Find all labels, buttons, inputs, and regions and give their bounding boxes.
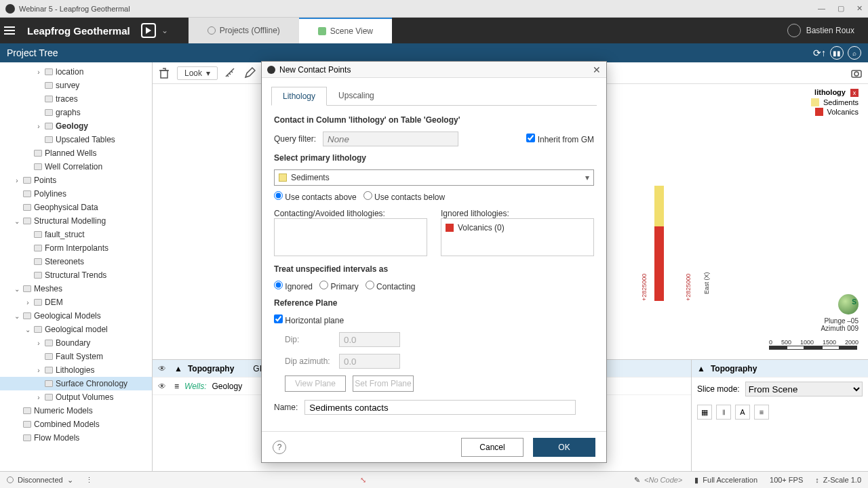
twisty-icon[interactable]: ›	[35, 123, 42, 130]
help-icon[interactable]: ?	[273, 441, 286, 454]
twisty-icon[interactable]: ⌄	[14, 218, 20, 225]
tree-item-flow-models[interactable]: Flow Models	[0, 431, 152, 445]
tree-item-structural-modelling[interactable]: ⌄Structural Modelling	[0, 214, 152, 228]
scene-list-header-label: Topography	[188, 364, 234, 373]
tree-item-structural-trends[interactable]: Structural Trends	[0, 268, 152, 282]
treat-ignored-radio[interactable]: Ignored	[274, 281, 313, 291]
ignored-listbox[interactable]: Volcanics (0)	[441, 218, 594, 256]
tree-item-planned-wells[interactable]: Planned Wells	[0, 146, 152, 160]
tree-item-polylines[interactable]: Polylines	[0, 187, 152, 201]
tree-item-label: location	[56, 67, 83, 77]
tree-item-upscaled-tables[interactable]: Upscaled Tables	[0, 133, 152, 146]
twisty-icon[interactable]: ›	[35, 394, 42, 401]
orientation-ball-icon[interactable]	[838, 294, 859, 314]
tree-item-fault_struct[interactable]: fault_struct	[0, 228, 152, 241]
prop-icon-3[interactable]: A	[735, 405, 750, 420]
twisty-icon[interactable]: ⌄	[14, 312, 20, 320]
tree-item-numeric-models[interactable]: Numeric Models	[0, 404, 152, 418]
tab-upscaling[interactable]: Upscaling	[327, 86, 386, 105]
tree-item-output-volumes[interactable]: ›Output Volumes	[0, 390, 152, 404]
tree-item-graphs[interactable]: graphs	[0, 106, 152, 119]
connection-status[interactable]: Disconnected⌄	[7, 476, 73, 485]
eye-icon[interactable]: 👁	[158, 364, 169, 373]
chevron-down-icon[interactable]: ⌄	[161, 26, 168, 35]
ok-button[interactable]: OK	[533, 438, 595, 457]
orientation-widget[interactable]: Plunge –05 Azimuth 009	[821, 294, 859, 332]
treat-contacting-radio[interactable]: Contacting	[366, 281, 416, 291]
refresh-icon[interactable]: ⟳	[813, 47, 821, 58]
tree-item-geological-models[interactable]: ⌄Geological Models	[0, 309, 152, 323]
maximize-button[interactable]: ▢	[837, 4, 844, 13]
folder-icon	[45, 380, 53, 387]
tab-scene-view[interactable]: Scene View	[299, 18, 392, 43]
prop-icon-1[interactable]: ▦	[697, 405, 712, 420]
twisty-icon[interactable]: ⌄	[14, 285, 20, 293]
minimize-button[interactable]: —	[818, 4, 825, 13]
primary-lithology-select[interactable]: Sediments ▾	[274, 169, 594, 186]
eye-icon[interactable]: 👁	[158, 382, 169, 391]
horizontal-plane-label: Horizontal plane	[285, 316, 344, 325]
twisty-icon[interactable]: ›	[14, 177, 20, 184]
tree-item-well-correlation[interactable]: Well Correlation	[0, 160, 152, 174]
camera-icon[interactable]	[850, 67, 863, 79]
tree-item-fault-system[interactable]: Fault System	[0, 350, 152, 363]
tab-projects[interactable]: Projects (Offline)	[189, 18, 299, 43]
properties-header: ▲ Topography	[692, 360, 868, 378]
up-arrow-icon[interactable]: ↑	[821, 47, 826, 58]
pencil-icon[interactable]	[243, 67, 256, 79]
app-title: Leapfrog Geothermal	[19, 25, 138, 37]
axes-icon[interactable]: ⤡	[360, 476, 366, 485]
dialog-titlebar[interactable]: New Contact Points ✕	[262, 62, 606, 78]
tab-lithology[interactable]: Lithology	[271, 87, 327, 106]
name-input[interactable]	[304, 400, 576, 415]
folder-icon	[23, 312, 31, 319]
tree-item-traces[interactable]: traces	[0, 92, 152, 106]
tree-item-geological-model[interactable]: ⌄Geological model	[0, 323, 152, 336]
trash-icon[interactable]	[158, 67, 170, 79]
treat-primary-radio[interactable]: Primary	[319, 281, 359, 291]
tree-item-label: survey	[56, 81, 79, 90]
contacting-listbox[interactable]	[274, 218, 427, 256]
tree-item-combined-models[interactable]: Combined Models	[0, 418, 152, 431]
dialog-close-icon[interactable]: ✕	[593, 64, 601, 75]
tree-item-meshes[interactable]: ⌄Meshes	[0, 282, 152, 296]
pause-icon[interactable]: ▮▮	[830, 46, 844, 60]
tree-item-location[interactable]: ›location	[0, 65, 152, 79]
prop-icon-2[interactable]: ⫴	[716, 405, 731, 420]
twisty-icon[interactable]: ›	[35, 367, 42, 374]
twisty-icon[interactable]: ⌄	[24, 326, 31, 333]
folder-icon	[45, 96, 53, 102]
tree-item-geology[interactable]: ›Geology	[0, 119, 152, 133]
use-below-label: Use contacts below	[374, 192, 445, 202]
slice-mode-select[interactable]: From Scene	[745, 382, 863, 396]
twisty-icon[interactable]: ›	[35, 340, 42, 347]
search-icon[interactable]: ⌕	[848, 46, 861, 60]
prop-icon-4[interactable]: ≡	[754, 405, 769, 420]
tree-item-survey[interactable]: survey	[0, 79, 152, 92]
tree-item-boundary[interactable]: ›Boundary	[0, 336, 152, 350]
contacts-above-radio[interactable]: Use contacts above	[274, 191, 357, 202]
cancel-button[interactable]: Cancel	[461, 438, 524, 457]
look-dropdown[interactable]: Look ▾	[177, 66, 218, 80]
tree-item-lithologies[interactable]: ›Lithologies	[0, 363, 152, 377]
contacts-below-radio[interactable]: Use contacts below	[363, 191, 445, 202]
tree-item-geophysical-data[interactable]: Geophysical Data	[0, 201, 152, 214]
tree-item-stereonets[interactable]: Stereonets	[0, 255, 152, 268]
avatar-icon	[787, 24, 801, 37]
inherit-checkbox[interactable]	[526, 134, 535, 142]
project-tree[interactable]: ›locationsurveytracesgraphs›GeologyUpsca…	[0, 62, 153, 471]
tree-item-form-interpolants[interactable]: Form Interpolants	[0, 241, 152, 255]
twisty-icon[interactable]: ›	[35, 68, 42, 76]
tree-item-points[interactable]: ›Points	[0, 174, 152, 187]
horizontal-plane-checkbox[interactable]: Horizontal plane	[274, 314, 344, 325]
tree-item-surface-chronology[interactable]: Surface Chronology	[0, 377, 152, 390]
close-button[interactable]: ✕	[856, 4, 863, 13]
legend-close-icon[interactable]: x	[850, 89, 859, 97]
ruler-icon[interactable]	[224, 67, 237, 79]
status-menu-icon[interactable]: ⋮	[85, 476, 93, 485]
tree-item-dem[interactable]: ›DEM	[0, 296, 152, 309]
hamburger-menu-icon[interactable]	[0, 18, 19, 43]
user-area[interactable]: Bastien Roux	[787, 24, 868, 37]
play-icon[interactable]	[141, 23, 156, 38]
twisty-icon[interactable]: ›	[24, 299, 31, 306]
